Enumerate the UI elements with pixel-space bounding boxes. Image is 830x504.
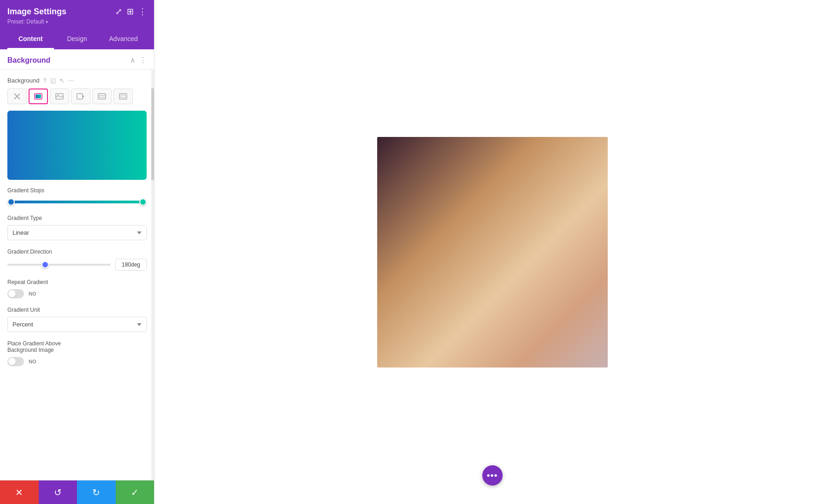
section-header: Background ∧ ⋮	[0, 49, 154, 70]
sidebar-tabs: Content Design Advanced	[7, 30, 147, 49]
help-icon[interactable]: ?	[43, 77, 46, 84]
gradient-type-label: Gradient Type	[7, 215, 147, 221]
svg-rect-6	[77, 94, 83, 99]
repeat-gradient-value: NO	[29, 291, 36, 296]
svg-rect-12	[121, 95, 125, 98]
direction-value[interactable]: 180deg	[115, 259, 147, 271]
tab-advanced[interactable]: Advanced	[100, 30, 147, 49]
slider-thumb-right[interactable]	[139, 198, 147, 206]
tab-content[interactable]: Content	[7, 30, 54, 49]
bg-label: Background	[7, 77, 39, 84]
save-button[interactable]: ✓	[116, 480, 154, 504]
sidebar: Image Settings ⤢ ⊞ ⋮ Preset: Default ▾ C…	[0, 0, 154, 504]
bottom-toolbar: ✕ ↺ ↻ ✓	[0, 480, 154, 504]
columns-icon[interactable]: ⊞	[127, 6, 134, 17]
toggle-row-repeat: NO	[7, 289, 147, 298]
gradient-type-group: Gradient Type Linear Radial Conic	[7, 215, 147, 240]
svg-rect-3	[36, 95, 41, 98]
dots-icon[interactable]: ⋯	[68, 77, 74, 84]
svg-rect-8	[98, 94, 106, 99]
section-title: Background	[7, 56, 50, 65]
direction-track	[7, 264, 111, 266]
gradient-unit-label: Gradient Unit	[7, 307, 147, 313]
cancel-button[interactable]: ✕	[0, 480, 39, 504]
floating-action-button[interactable]: •••	[482, 465, 503, 486]
toggle-row-place: NO	[7, 357, 147, 366]
place-gradient-value: NO	[29, 359, 36, 364]
sidebar-title-row: Image Settings ⤢ ⊞ ⋮	[7, 6, 147, 17]
more-icon[interactable]: ⋮	[138, 6, 147, 17]
tab-design[interactable]: Design	[54, 30, 101, 49]
save-icon: ✓	[131, 487, 139, 498]
redo-icon: ↻	[92, 487, 100, 498]
gradient-preview	[7, 111, 147, 180]
slider-track	[7, 201, 147, 203]
preset-row[interactable]: Preset: Default ▾	[7, 18, 147, 25]
slider-thumb-left[interactable]	[7, 198, 15, 206]
section-more-icon[interactable]: ⋮	[139, 56, 147, 65]
bg-type-video[interactable]	[71, 89, 90, 104]
repeat-gradient-group: Repeat Gradient NO	[7, 279, 147, 298]
svg-marker-7	[83, 95, 84, 98]
cancel-icon: ✕	[15, 487, 23, 498]
main-content: •••	[154, 0, 830, 504]
gradient-type-select[interactable]: Linear Radial Conic	[7, 225, 147, 240]
direction-row: 180deg	[7, 259, 147, 271]
sidebar-header: Image Settings ⤢ ⊞ ⋮ Preset: Default ▾ C…	[0, 0, 154, 49]
layer-icon[interactable]: ◱	[50, 77, 56, 84]
gradient-stops-slider[interactable]	[7, 197, 147, 207]
bg-type-pattern[interactable]	[92, 89, 112, 104]
preset-arrow-icon: ▾	[46, 19, 48, 24]
sidebar-title-icons: ⤢ ⊞ ⋮	[115, 6, 147, 17]
undo-button[interactable]: ↺	[39, 480, 77, 504]
repeat-gradient-label: Repeat Gradient	[7, 279, 147, 285]
place-gradient-group: Place Gradient Above Background Image NO	[7, 340, 147, 366]
scrollbar-track	[151, 70, 154, 480]
undo-icon: ↺	[54, 487, 62, 498]
expand-icon[interactable]: ⤢	[115, 6, 122, 17]
preset-label: Preset: Default	[7, 18, 44, 25]
bg-type-gradient[interactable]	[29, 89, 48, 104]
place-gradient-toggle[interactable]	[7, 357, 24, 366]
direction-thumb[interactable]	[42, 261, 49, 268]
sidebar-title: Image Settings	[7, 7, 66, 17]
bg-type-row	[7, 89, 147, 104]
gradient-direction-label: Gradient Direction	[7, 249, 147, 255]
gradient-stops-group: Gradient Stops	[7, 187, 147, 207]
bg-label-row: Background ? ◱ ↖ ⋯	[7, 77, 147, 84]
sidebar-content: Background ? ◱ ↖ ⋯	[0, 70, 154, 480]
collapse-icon[interactable]: ∧	[130, 56, 136, 65]
toggle-knob-place	[8, 358, 16, 365]
scrollbar-thumb[interactable]	[151, 88, 154, 180]
cursor-icon[interactable]: ↖	[59, 77, 65, 84]
bg-type-image[interactable]	[50, 89, 69, 104]
repeat-gradient-toggle[interactable]	[7, 289, 24, 298]
canvas-area	[377, 137, 608, 368]
redo-button[interactable]: ↻	[77, 480, 116, 504]
gradient-direction-group: Gradient Direction 180deg	[7, 249, 147, 271]
gradient-stops-label: Gradient Stops	[7, 187, 147, 194]
place-gradient-label: Place Gradient Above Background Image	[7, 340, 147, 353]
gradient-unit-select[interactable]: Percent Pixel	[7, 317, 147, 332]
bg-type-mask[interactable]	[113, 89, 133, 104]
direction-slider-wrap[interactable]	[7, 260, 111, 269]
svg-rect-11	[119, 94, 127, 99]
section-header-icons: ∧ ⋮	[130, 56, 147, 65]
floating-btn-icon: •••	[486, 470, 498, 481]
toggle-knob	[8, 290, 16, 297]
gradient-unit-group: Gradient Unit Percent Pixel	[7, 307, 147, 332]
bg-type-none[interactable]	[7, 89, 27, 104]
